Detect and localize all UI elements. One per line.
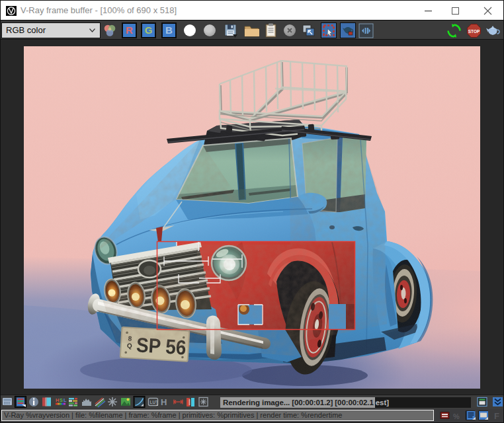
- svg-text:STOP: STOP: [468, 29, 480, 34]
- svg-text:H: H: [56, 397, 59, 403]
- svg-text:F: F: [494, 411, 499, 421]
- svg-text:%: %: [453, 412, 460, 420]
- svg-text:LUT: LUT: [150, 400, 159, 404]
- svg-text:H: H: [161, 397, 167, 407]
- svg-text:L: L: [63, 397, 67, 403]
- svg-text:S: S: [60, 397, 63, 403]
